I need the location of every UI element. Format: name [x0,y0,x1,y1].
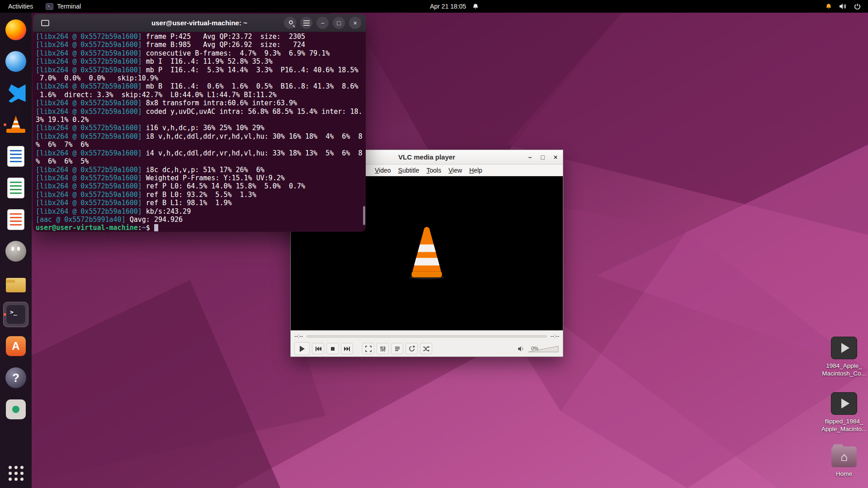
terminal-line: [libx264 @ 0x5572b59a1600] i8 v,h,dc,ddl… [36,132,363,141]
terminal-line: [libx264 @ 0x5572b59a1600] mb I I16..4: … [36,57,363,66]
terminal-line: [libx264 @ 0x5572b59a1600] frame B:985 A… [36,41,363,49]
terminal-line: 1.6% direct: 3.3% skip:42.7% L0:44.0% L1… [36,91,363,99]
firefox-icon [5,19,26,40]
power-icon [854,3,861,10]
vlc-menu-subtitle[interactable]: Subtitle [395,166,423,175]
vlc-play-button[interactable] [294,342,310,355]
vlc-icon [5,114,26,135]
next-icon [344,345,351,352]
terminal-close-button[interactable]: × [349,17,361,29]
prompt-path: ~ [142,224,146,232]
notification-bell-icon [472,3,479,10]
terminal-line: [libx264 @ 0x5572b59a1600] kb/s:243.29 [36,207,363,216]
vlc-playlist-button[interactable] [391,343,403,354]
new-tab-button[interactable] [38,17,53,29]
terminal-line: [libx264 @ 0x5572b59a1600] 8x8 transform… [36,99,363,107]
volume-icon [839,3,847,9]
shuffle-icon [422,345,430,352]
desktop-icon-label: 1984_Apple_Macintosh_Co... [822,362,866,377]
play-icon [298,345,306,353]
vlc-minimize-button[interactable]: – [528,154,532,161]
dock [0,13,32,488]
vlc-cone-logo [401,225,452,282]
vlc-controls: --:-- --:-- [291,330,563,357]
show-applications-button[interactable] [9,466,24,481]
vlc-menu-view[interactable]: View [445,166,466,175]
terminal-line: [libx264 @ 0x5572b59a1600] i8c dc,h,v,p:… [36,166,363,174]
vlc-extended-settings-button[interactable] [377,343,389,354]
video-file-icon [831,392,857,415]
terminal-body[interactable]: [libx264 @ 0x5572b59a1600] frame P:425 A… [33,32,366,232]
dock-item-terminal[interactable] [3,302,28,327]
vlc-loop-button[interactable] [406,343,418,354]
system-tray[interactable] [826,0,868,13]
search-icon [289,20,293,24]
terminal-line: [aac @ 0x5572b5991a40] Qavg: 294.926 [36,216,363,224]
dock-item-ubuntu-software[interactable] [3,333,28,359]
vlc-next-button[interactable] [341,343,353,354]
vlc-seek-slider[interactable] [307,335,547,338]
new-tab-icon [41,20,49,26]
terminal-line: [libx264 @ 0x5572b59a1600] ref B L0: 93.… [36,191,363,199]
dock-item-files[interactable] [3,270,28,296]
dock-item-gimp[interactable] [3,239,28,264]
terminal-window: user@user-virtual-machine: ~ − □ × [libx… [33,14,366,232]
fullscreen-icon [365,345,372,352]
terminal-line: [libx264 @ 0x5572b59a1600] Weighted P-Fr… [36,174,363,182]
top-bar: Activities >_ Terminal Apr 21 18:05 [0,0,868,13]
ubuntu-software-icon [6,336,26,356]
help-icon [5,367,26,388]
dock-item-vscode[interactable] [3,80,28,106]
desktop-icon-video-file[interactable]: 1984_Apple_Macintosh_Co... [815,337,868,377]
dock-item-help[interactable] [3,365,28,390]
vlc-close-button[interactable]: × [554,154,557,161]
terminal-search-button[interactable] [284,17,296,29]
activities-button[interactable]: Activities [0,0,41,13]
play-triangle-icon [841,399,849,408]
desktop-icon-label: Home [836,470,852,478]
house-glyph: ⌂ [840,451,848,463]
prompt-userhost: user@user-virtual-machine [36,224,138,232]
terminal-line: [libx264 @ 0x5572b59a1600] i16 v,h,dc,p:… [36,124,363,132]
dock-item-vlc[interactable] [3,112,28,137]
terminal-titlebar[interactable]: user@user-virtual-machine: ~ − □ × [33,14,366,32]
dock-item-software-updater[interactable] [3,49,28,74]
libreoffice-impress-icon [7,209,24,230]
dock-item-libreoffice-writer[interactable] [3,144,28,169]
terminal-line: [libx264 @ 0x5572b59a1600] mb P I16..4: … [36,66,363,74]
terminal-menu-button[interactable] [300,17,312,29]
dock-item-libreoffice-impress[interactable] [3,207,28,232]
desktop-icon-home[interactable]: ⌂Home [815,446,868,478]
vlc-stop-button[interactable] [326,343,339,354]
libreoffice-calc-icon [7,178,24,198]
software-updater-icon [5,51,26,72]
terminal-cursor [154,224,158,231]
dock-item-libreoffice-calc[interactable] [3,175,28,201]
vlc-menu-help[interactable]: Help [466,166,486,175]
desktop-background: Activities >_ Terminal Apr 21 18:05 [0,0,868,488]
clock-menu[interactable]: Apr 21 18:05 [430,0,479,13]
vlc-time-elapsed: --:-- [294,333,303,339]
vlc-volume-control[interactable]: 0% [518,345,559,352]
dock-item-firefox[interactable] [3,17,28,42]
play-triangle-icon [841,343,849,353]
desktop-icon-video-file[interactable]: flipped_1984_Apple_Macinto... [815,392,868,433]
terminal-minimize-button[interactable]: − [316,17,329,29]
terminal-prompt-line: user@user-virtual-machine:~$ [36,224,363,232]
dock-item-settings[interactable] [3,397,28,422]
gimp-icon [5,241,26,262]
vlc-menu-video[interactable]: Video [371,166,395,175]
vlc-maximize-button[interactable]: □ [541,154,544,161]
terminal-maximize-button[interactable]: □ [333,17,345,29]
vlc-fullscreen-button[interactable] [362,343,374,354]
vlc-previous-button[interactable] [312,343,324,354]
scrollbar-thumb[interactable] [363,206,365,225]
vlc-random-button[interactable] [420,343,432,354]
equalizer-icon [379,345,387,352]
terminal-line: [libx264 @ 0x5572b59a1600] ref P L0: 64.… [36,182,363,190]
focused-app-menu[interactable]: >_ Terminal [41,0,85,13]
terminal-line: [libx264 @ 0x5572b59a1600] coded y,uvDC,… [36,108,363,116]
terminal-scrollbar[interactable] [363,32,365,232]
clock: Apr 21 18:05 [430,3,466,10]
vlc-menu-tools[interactable]: Tools [423,166,445,175]
